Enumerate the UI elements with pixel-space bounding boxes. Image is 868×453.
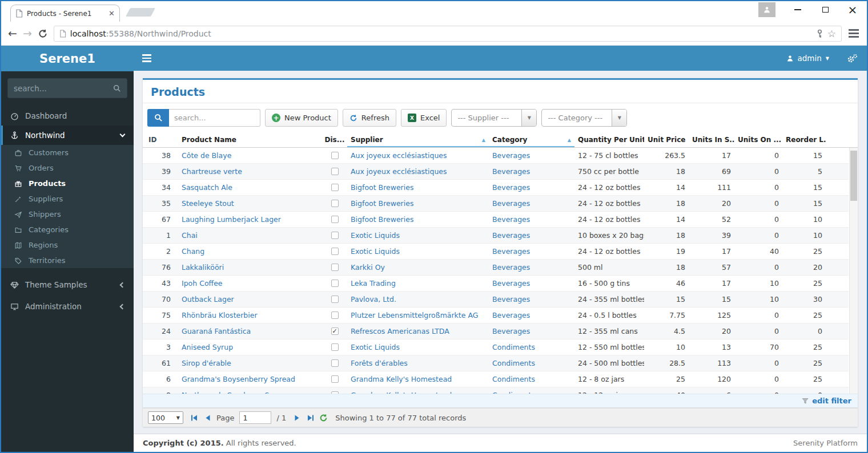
category-link[interactable]: Condiments bbox=[492, 375, 535, 383]
supplier-link[interactable]: Bigfoot Breweries bbox=[351, 199, 413, 208]
category-link[interactable]: Beverages bbox=[492, 311, 530, 319]
product-name-link[interactable]: Aniseed Syrup bbox=[182, 343, 233, 351]
sidebar-item-administration[interactable]: Administration bbox=[1, 296, 134, 317]
quick-search-button[interactable] bbox=[147, 109, 169, 127]
column-header-product-name[interactable]: Product Name bbox=[178, 132, 322, 147]
sidebar-item-categories[interactable]: Categories bbox=[1, 222, 134, 237]
product-name-link[interactable]: Côte de Blaye bbox=[182, 151, 231, 160]
forward-button[interactable]: → bbox=[23, 28, 32, 39]
category-link[interactable]: Condiments bbox=[492, 343, 535, 351]
sidebar-toggle-button[interactable] bbox=[134, 46, 160, 71]
supplier-link[interactable]: Bigfoot Breweries bbox=[351, 183, 413, 192]
app-brand[interactable]: Serene1 bbox=[1, 46, 134, 71]
discontinued-checkbox[interactable] bbox=[331, 296, 339, 303]
category-link[interactable]: Condiments bbox=[492, 359, 535, 367]
new-product-button[interactable]: + New Product bbox=[265, 109, 338, 127]
window-minimize-button[interactable] bbox=[788, 1, 807, 18]
supplier-link[interactable]: Grandma Kelly's Homestead bbox=[351, 391, 452, 394]
product-name-link[interactable]: Ipoh Coffee bbox=[182, 279, 223, 288]
product-name-link[interactable]: Chang bbox=[182, 247, 204, 256]
product-name-link[interactable]: Outback Lager bbox=[182, 295, 234, 304]
vertical-scrollbar[interactable] bbox=[849, 148, 858, 394]
column-header-id[interactable]: ID bbox=[143, 132, 178, 147]
sidebar-item-dashboard[interactable]: Dashboard bbox=[1, 106, 134, 126]
sidebar-item-products[interactable]: Products bbox=[1, 176, 134, 191]
product-name-link[interactable]: Chartreuse verte bbox=[182, 167, 242, 176]
column-header-discontinued[interactable]: Dis... bbox=[322, 132, 347, 147]
supplier-link[interactable]: Grandma Kelly's Homestead bbox=[351, 375, 452, 383]
discontinued-checkbox[interactable] bbox=[331, 264, 339, 271]
column-header-reorder-level[interactable]: Reorder L... bbox=[782, 132, 826, 147]
product-name-link[interactable]: Lakkalikööri bbox=[182, 263, 224, 272]
discontinued-checkbox[interactable] bbox=[331, 280, 339, 287]
sidebar-item-suppliers[interactable]: Suppliers bbox=[1, 191, 134, 207]
supplier-filter-select[interactable]: --- Supplier --- ▼ bbox=[451, 109, 537, 127]
excel-export-button[interactable]: X Excel bbox=[401, 109, 447, 127]
key-icon[interactable] bbox=[816, 29, 823, 38]
reload-button[interactable] bbox=[38, 29, 48, 39]
discontinued-checkbox[interactable] bbox=[331, 391, 339, 394]
discontinued-checkbox[interactable] bbox=[331, 312, 339, 319]
supplier-link[interactable]: Plutzer Lebensmittelgroßmärkte AG bbox=[351, 311, 478, 319]
window-maximize-button[interactable] bbox=[815, 1, 835, 18]
product-name-link[interactable]: Laughing Lumberjack Lager bbox=[182, 215, 281, 224]
scrollbar-thumb[interactable] bbox=[850, 151, 857, 201]
pager-refresh-button[interactable] bbox=[319, 414, 328, 422]
supplier-link[interactable]: Aux joyeux ecclésiastiques bbox=[351, 167, 447, 176]
supplier-link[interactable]: Aux joyeux ecclésiastiques bbox=[351, 151, 447, 160]
discontinued-checkbox[interactable] bbox=[331, 216, 339, 223]
refresh-button[interactable]: Refresh bbox=[343, 109, 396, 127]
category-link[interactable]: Condiments bbox=[492, 391, 535, 394]
user-menu[interactable]: admin ▼ bbox=[778, 46, 837, 71]
product-name-link[interactable]: Guaraná Fantástica bbox=[182, 327, 251, 335]
category-link[interactable]: Beverages bbox=[492, 215, 530, 224]
sidebar-item-orders[interactable]: Orders bbox=[1, 160, 134, 176]
supplier-link[interactable]: Forêts d'érables bbox=[351, 359, 408, 367]
category-link[interactable]: Beverages bbox=[492, 167, 530, 176]
discontinued-checkbox[interactable] bbox=[331, 184, 339, 191]
discontinued-checkbox[interactable] bbox=[331, 152, 339, 159]
discontinued-checkbox[interactable] bbox=[331, 200, 339, 207]
page-number-input[interactable] bbox=[239, 411, 271, 424]
back-button[interactable]: ← bbox=[8, 28, 17, 39]
product-name-link[interactable]: Chai bbox=[182, 231, 198, 240]
category-link[interactable]: Beverages bbox=[492, 199, 530, 208]
sidebar-search-input[interactable] bbox=[14, 84, 113, 93]
sidebar-item-shippers[interactable]: Shippers bbox=[1, 207, 134, 222]
category-link[interactable]: Beverages bbox=[492, 151, 530, 160]
product-name-link[interactable]: Grandma's Boysenberry Spread bbox=[182, 375, 295, 383]
discontinued-checkbox[interactable] bbox=[331, 359, 339, 367]
browser-profile-avatar[interactable] bbox=[758, 2, 775, 17]
edit-filter-link[interactable]: edit filter bbox=[812, 397, 851, 405]
supplier-link[interactable]: Leka Trading bbox=[351, 279, 396, 288]
previous-page-button[interactable] bbox=[204, 414, 211, 422]
page-size-select[interactable]: 100 ▼ bbox=[148, 411, 183, 424]
sidebar-item-theme-samples[interactable]: Theme Samples bbox=[1, 274, 134, 296]
sidebar-item-northwind[interactable]: Northwind bbox=[1, 126, 134, 145]
bookmark-star-icon[interactable]: ☆ bbox=[827, 28, 836, 39]
category-filter-select[interactable]: --- Category --- ▼ bbox=[541, 109, 627, 127]
tab-close-icon[interactable]: ✕ bbox=[108, 9, 115, 18]
product-name-link[interactable]: Rhönbräu Klosterbier bbox=[182, 311, 258, 319]
discontinued-checkbox[interactable] bbox=[331, 327, 339, 335]
first-page-button[interactable] bbox=[191, 414, 198, 422]
supplier-link[interactable]: Pavlova, Ltd. bbox=[351, 295, 396, 304]
browser-tab[interactable]: Products - Serene1 ✕ bbox=[10, 5, 120, 22]
discontinued-checkbox[interactable] bbox=[331, 343, 339, 351]
window-close-button[interactable]: × bbox=[843, 1, 862, 18]
discontinued-checkbox[interactable] bbox=[331, 168, 339, 175]
product-name-link[interactable]: Northwoods Cranberry Sauce bbox=[182, 391, 286, 394]
category-link[interactable]: Beverages bbox=[492, 279, 530, 288]
supplier-link[interactable]: Exotic Liquids bbox=[351, 231, 400, 240]
column-header-units-on-order[interactable]: Units On ... bbox=[734, 132, 782, 147]
category-link[interactable]: Beverages bbox=[492, 327, 530, 335]
supplier-link[interactable]: Exotic Liquids bbox=[351, 343, 400, 351]
supplier-link[interactable]: Exotic Liquids bbox=[351, 247, 400, 256]
address-bar[interactable]: localhost:55388/Northwind/Product ☆ bbox=[54, 26, 842, 42]
discontinued-checkbox[interactable] bbox=[331, 232, 339, 239]
column-header-category[interactable]: Category▲ bbox=[489, 132, 574, 147]
product-name-link[interactable]: Sirop d'érable bbox=[182, 359, 231, 367]
search-icon[interactable] bbox=[113, 84, 121, 92]
sidebar-item-territories[interactable]: Territories bbox=[1, 253, 134, 268]
category-link[interactable]: Beverages bbox=[492, 231, 530, 240]
